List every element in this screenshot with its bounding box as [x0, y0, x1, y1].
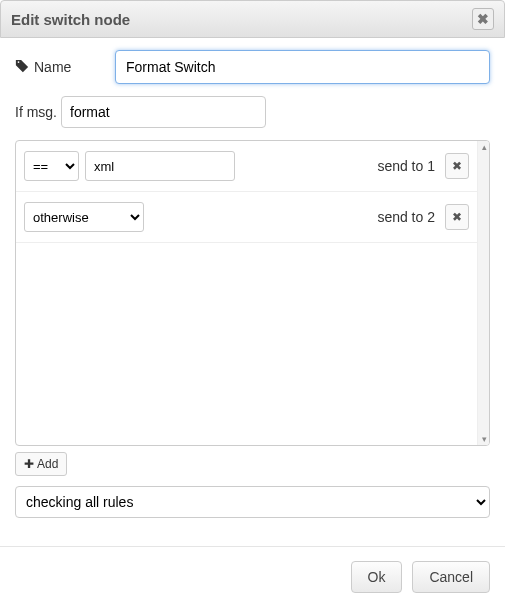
send-to-label: send to 1 [377, 158, 435, 174]
edit-switch-dialog: Edit switch node ✖ Name If msg. == [0, 0, 505, 603]
scroll-up-icon[interactable]: ▴ [478, 141, 490, 153]
name-row: Name [15, 50, 490, 84]
scroll-down-icon[interactable]: ▾ [478, 433, 490, 445]
dialog-title: Edit switch node [11, 11, 130, 28]
name-input[interactable] [115, 50, 490, 84]
delete-icon: ✖ [452, 210, 462, 224]
ifmsg-label: If msg. [15, 104, 57, 120]
operator-select[interactable]: otherwise [24, 202, 144, 232]
rules-container: == send to 1 ✖ otherwise [15, 140, 490, 446]
close-icon: ✖ [477, 10, 489, 28]
dialog-titlebar: Edit switch node ✖ [0, 0, 505, 38]
cancel-button[interactable]: Cancel [412, 561, 490, 593]
plus-icon: ✚ [24, 457, 34, 471]
dialog-footer: Ok Cancel [0, 547, 505, 603]
close-button[interactable]: ✖ [472, 8, 494, 30]
add-rule-button[interactable]: ✚ Add [15, 452, 67, 476]
name-label-col: Name [15, 59, 115, 76]
tag-icon [15, 59, 29, 76]
rule-row: otherwise send to 2 ✖ [16, 192, 477, 243]
operator-select[interactable]: == [24, 151, 79, 181]
delete-icon: ✖ [452, 159, 462, 173]
rules-list: == send to 1 ✖ otherwise [16, 141, 477, 445]
ok-button[interactable]: Ok [351, 561, 403, 593]
checking-mode-select[interactable]: checking all rules [15, 486, 490, 518]
name-label: Name [34, 59, 71, 75]
rules-scrollbar[interactable]: ▴ ▾ [477, 141, 489, 445]
dialog-body: Name If msg. == send to 1 [0, 38, 505, 518]
add-button-label: Add [37, 457, 58, 471]
rule-row: == send to 1 ✖ [16, 141, 477, 192]
property-input[interactable] [61, 96, 266, 128]
ifmsg-row: If msg. [15, 96, 490, 128]
delete-rule-button[interactable]: ✖ [445, 204, 469, 230]
send-to-label: send to 2 [377, 209, 435, 225]
value-input[interactable] [85, 151, 235, 181]
delete-rule-button[interactable]: ✖ [445, 153, 469, 179]
